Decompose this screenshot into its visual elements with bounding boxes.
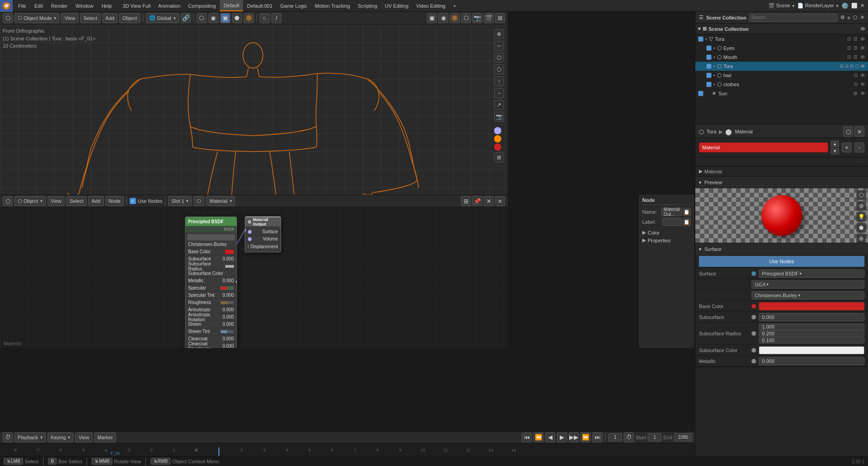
play-prev-frame[interactable]: ◀: [545, 432, 555, 442]
node-view-btn[interactable]: View: [48, 196, 65, 206]
tora-root-arrow[interactable]: ▾: [705, 37, 707, 41]
tora-icon-2[interactable]: ☰: [853, 36, 858, 42]
select-btn[interactable]: Select: [80, 13, 101, 23]
outliner-search[interactable]: [749, 14, 838, 22]
object-mode-dropdown[interactable]: ⬡ Object Mode ▾: [15, 13, 59, 23]
preview-icon-3[interactable]: 💡: [856, 212, 866, 222]
view-local-icon[interactable]: ⬡: [494, 64, 504, 74]
tora-root-check[interactable]: [698, 36, 703, 42]
tab-scripting[interactable]: Scripting: [354, 0, 381, 11]
tick-3[interactable]: 3: [253, 448, 276, 452]
subsurface-radius-1[interactable]: 1.000: [759, 324, 864, 330]
tab-compositing[interactable]: Compositing: [184, 0, 219, 11]
outliner-item-eyes[interactable]: ▾ ⬡ Eyes ⊡ ☰ 👁: [695, 44, 868, 53]
preview-icon-4[interactable]: ⬟: [856, 223, 866, 233]
solid-icon[interactable]: ⬟: [232, 13, 242, 23]
viewport-shading-3[interactable]: 🔆: [450, 13, 460, 23]
mouth-icon-1[interactable]: ⊡: [847, 54, 851, 60]
prop-header-icon2[interactable]: ✕: [854, 127, 864, 137]
node-pin-icon[interactable]: 📌: [472, 196, 482, 206]
tora-special-4[interactable]: ⬡: [855, 64, 859, 69]
current-frame-display[interactable]: 1: [608, 433, 622, 441]
node-link-icon[interactable]: ⊞: [461, 196, 471, 206]
material-output-node[interactable]: Material Output Surface Volume Displacem…: [245, 216, 281, 252]
tora-special-3[interactable]: ⊡: [850, 64, 853, 69]
material-type-icon[interactable]: ⬡: [194, 196, 204, 206]
material-add-btn[interactable]: +: [842, 142, 852, 152]
preview-icon-1[interactable]: ⬡: [856, 190, 866, 200]
clothes-eye[interactable]: 👁: [860, 82, 865, 87]
viewport-shading-5[interactable]: 📷: [472, 13, 482, 23]
viewport-shading-1[interactable]: ▣: [427, 13, 437, 23]
tora-special-2[interactable]: ⊙: [845, 64, 849, 69]
node-add-btn[interactable]: Add: [88, 196, 104, 206]
outliner-item-mouth[interactable]: ▾ ⬡ Mouth ⊡ ☰ 👁: [695, 53, 868, 62]
view-zoom-icon[interactable]: ↔: [494, 41, 504, 51]
wireframe-icon[interactable]: ▣: [220, 13, 230, 23]
play-last-btn[interactable]: ⏭: [592, 432, 602, 442]
bsdf-output-socket[interactable]: [235, 280, 237, 284]
play-prev-btn[interactable]: ⏪: [533, 432, 543, 442]
node-close-icon[interactable]: ✕: [484, 196, 494, 206]
outliner-item-sun[interactable]: ☀ Sun ⚙ 👁: [695, 89, 868, 98]
material-dropdown[interactable]: Material ▾: [206, 196, 235, 206]
material-name-field[interactable]: Material: [699, 142, 828, 152]
tora-special-1[interactable]: ⊡: [840, 64, 844, 69]
tick-9[interactable]: 9: [389, 448, 412, 452]
node-select-btn[interactable]: Select: [66, 196, 87, 206]
tick-6[interactable]: 6: [321, 448, 344, 452]
outliner-item-tora-root[interactable]: ▾ ▽ Tora ⊡ ☰ 👁: [695, 34, 868, 44]
mouth-eye[interactable]: 👁: [860, 54, 865, 60]
play-first-btn[interactable]: ⏮: [522, 432, 532, 442]
mouth-icon-2[interactable]: ☰: [853, 54, 858, 60]
outliner-item-hair[interactable]: ▾ ⬡ hair ⊡ 👁: [695, 71, 868, 80]
hair-eye[interactable]: 👁: [860, 73, 865, 78]
menu-help[interactable]: Help: [98, 0, 116, 11]
tick--7[interactable]: -7: [26, 448, 49, 452]
tab-default[interactable]: Default: [220, 0, 243, 11]
tick--5[interactable]: -5: [72, 448, 94, 452]
sc-eye-icon[interactable]: 👁: [860, 26, 865, 32]
view-camera-icon[interactable]: 📷: [494, 112, 504, 122]
tick--3[interactable]: -3: [117, 448, 140, 452]
preview-icon-5[interactable]: ⊕: [856, 234, 866, 243]
outliner-item-tora-active[interactable]: ▾ ⬡ Tora ⊡ ⊙ ⊡ ⬡ 👁: [695, 62, 868, 71]
node-color-row[interactable]: ▶ Color: [642, 230, 691, 235]
sun-check[interactable]: [698, 91, 703, 96]
outliner-close[interactable]: ✕: [860, 15, 864, 20]
tick-5[interactable]: 5: [298, 448, 321, 452]
slot-dropdown[interactable]: Slot 1 ▾: [168, 196, 192, 206]
view-collection-icon[interactable]: ⊞: [494, 152, 504, 162]
close-icon[interactable]: ✕: [860, 3, 864, 9]
surface-type-value[interactable]: Principled BSDF ▾: [759, 270, 864, 278]
outliner-item-clothes[interactable]: ▾ ⬡ clothes ⊡ 👁: [695, 80, 868, 89]
tick-11[interactable]: 11: [434, 448, 457, 452]
clothes-arrow[interactable]: ▾: [713, 83, 715, 87]
tick-14[interactable]: 14: [502, 448, 525, 452]
tora-active-check[interactable]: [706, 64, 712, 69]
christensen-value[interactable]: Christensen-Burley ▾: [752, 291, 864, 299]
subsurface-color-dot[interactable]: [752, 348, 756, 353]
timeline-content[interactable]: -8 -7 -6 -5 -4 -3 -2 -1 0 1 2 3 4 5 6 7 …: [0, 443, 695, 456]
3d-viewport[interactable]: Front Orthographic (1) Scene Collection …: [0, 25, 508, 195]
tab-3dviewfull[interactable]: 3D View Full: [119, 0, 155, 11]
material-preview-icon[interactable]: ⬡: [197, 13, 207, 23]
outliner-options-icon[interactable]: ⚙: [840, 15, 845, 20]
tab-default001[interactable]: Default:001: [243, 0, 276, 11]
tick-2[interactable]: 2: [230, 448, 253, 452]
viewport-grid-icon[interactable]: ⊞: [495, 13, 505, 23]
eyes-icon-2[interactable]: ☰: [853, 45, 858, 51]
tick--8[interactable]: -8: [4, 448, 26, 452]
editor-type-icon[interactable]: ⚙️: [841, 2, 849, 9]
clothes-icon-1[interactable]: ⊡: [854, 82, 858, 87]
tab-motiontracking[interactable]: Motion Tracking: [311, 0, 354, 11]
timeline-playback[interactable]: Playback ▾: [15, 432, 46, 442]
tick-12[interactable]: 12: [457, 448, 480, 452]
eyes-check[interactable]: [706, 45, 712, 51]
hair-arrow[interactable]: ▾: [713, 74, 715, 78]
viewport-shading-4[interactable]: ⬡: [461, 13, 471, 23]
base-color-value[interactable]: [759, 302, 864, 310]
view-ortho-side[interactable]: ↗: [494, 100, 504, 110]
tab-gamelogic[interactable]: Game Logic: [276, 0, 310, 11]
tick-7[interactable]: 7: [344, 448, 366, 452]
